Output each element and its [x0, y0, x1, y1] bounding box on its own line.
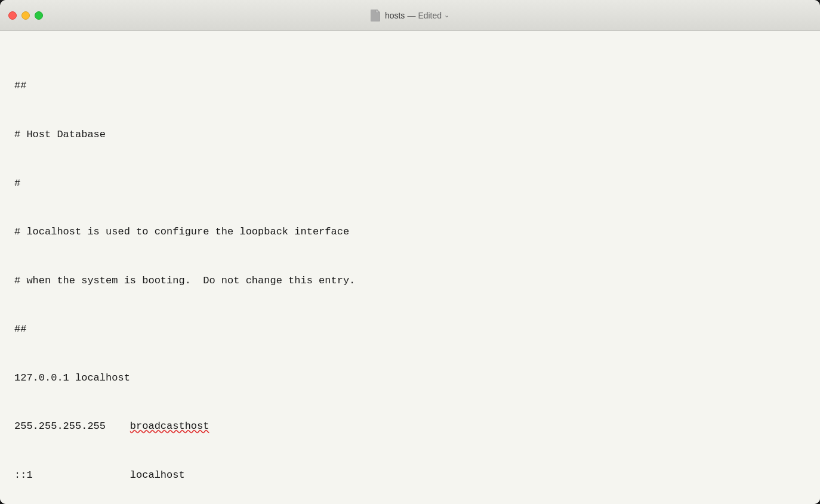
line-5: # when the system is booting. Do not cha…: [14, 273, 806, 289]
code-content[interactable]: ## # Host Database # # localhost is used…: [14, 45, 806, 504]
close-button[interactable]: [8, 11, 17, 20]
line-3: #: [14, 175, 806, 191]
window: hosts — Edited ⌄ ## # Host Database # # …: [0, 0, 820, 504]
minimize-button[interactable]: [21, 11, 30, 20]
titlebar-content: hosts — Edited ⌄: [371, 10, 449, 21]
titlebar-text: hosts — Edited ⌄: [385, 11, 449, 20]
edited-status: Edited: [418, 11, 442, 20]
dropdown-arrow[interactable]: ⌄: [444, 11, 449, 19]
line-2: # Host Database: [14, 126, 806, 143]
file-icon: [371, 10, 380, 21]
line-6: ##: [14, 321, 806, 337]
traffic-lights: [8, 11, 43, 20]
line-9: ::1 localhost: [14, 467, 806, 483]
line-4: # localhost is used to configure the loo…: [14, 224, 806, 240]
spellcheck-broadcasthost: broadcasthost: [130, 420, 209, 432]
maximize-button[interactable]: [35, 11, 43, 20]
line-8: 255.255.255.255 broadcasthost: [14, 418, 806, 434]
line-1: ##: [14, 78, 806, 94]
editor-area[interactable]: ## # Host Database # # localhost is used…: [0, 31, 820, 504]
separator: —: [407, 11, 415, 20]
line-7: 127.0.0.1 localhost: [14, 370, 806, 386]
filename-label: hosts: [385, 11, 405, 20]
titlebar: hosts — Edited ⌄: [0, 0, 820, 31]
